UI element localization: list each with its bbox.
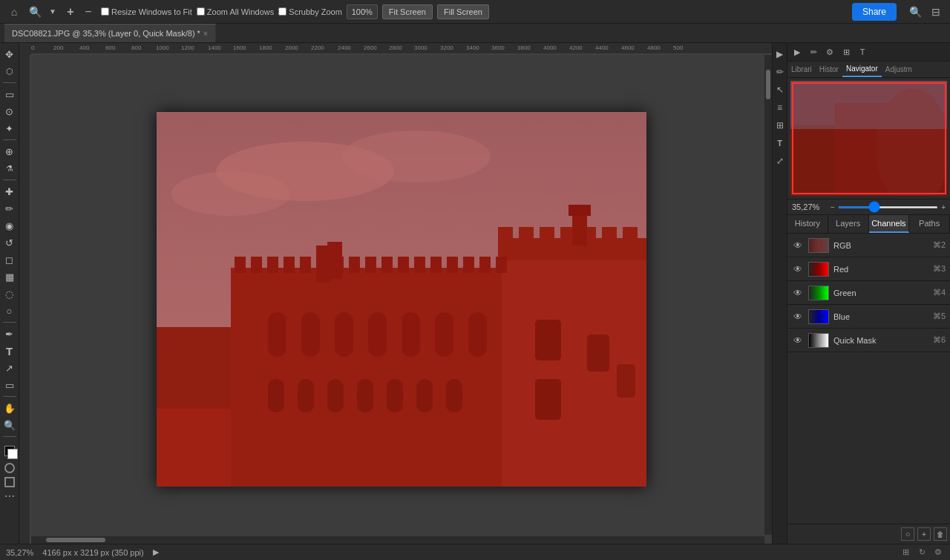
channel-row-rgb[interactable]: 👁 RGB ⌘2 bbox=[787, 234, 950, 257]
file-tab[interactable]: DSC08821.JPG @ 35,3% (Layer 0, Quick Mas… bbox=[4, 24, 216, 42]
vertical-scrollbar[interactable] bbox=[764, 55, 772, 535]
zoom-canvas-tool[interactable]: 🔍 bbox=[1, 417, 18, 433]
status-expand-icon[interactable]: ▶ bbox=[153, 547, 159, 557]
navigator-preview-container bbox=[787, 78, 950, 200]
share-button[interactable]: Share bbox=[852, 3, 897, 21]
clone-r-icon[interactable]: ⤢ bbox=[773, 154, 787, 168]
eyedropper-tool[interactable]: ⚗ bbox=[1, 160, 18, 177]
channel-name-qm: Quick Mask bbox=[833, 336, 928, 345]
tab-navigator[interactable]: Navigator bbox=[842, 62, 882, 77]
channel-new-icon[interactable]: + bbox=[917, 527, 931, 541]
tool-separator-1 bbox=[3, 82, 16, 83]
zoom-percent-input[interactable] bbox=[347, 4, 378, 19]
zoom-increase-icon[interactable]: + bbox=[941, 203, 946, 211]
gradient-tool[interactable]: ▦ bbox=[1, 269, 18, 285]
panel-top-nav: ▶ ✏ ⚙ ⊞ T bbox=[787, 43, 950, 62]
healing-brush-tool[interactable]: ✚ bbox=[1, 183, 18, 200]
panel-layer-icon[interactable]: ⊞ bbox=[839, 45, 853, 59]
crop-tool[interactable]: ⊕ bbox=[1, 143, 18, 159]
hand-tool[interactable]: ✋ bbox=[1, 400, 18, 416]
window-icon[interactable]: ⊟ bbox=[928, 4, 944, 20]
zoom-in-icon[interactable]: + bbox=[62, 4, 79, 20]
tab-history[interactable]: History bbox=[787, 215, 828, 233]
pen-tool[interactable]: ✒ bbox=[1, 326, 18, 342]
status-grid-icon[interactable]: ⊞ bbox=[900, 547, 911, 559]
channel-row-green[interactable]: 👁 Green ⌘4 bbox=[787, 281, 950, 305]
zoom-all-windows-checkbox[interactable]: Zoom All Windows bbox=[197, 7, 274, 16]
channel-delete-icon[interactable]: 🗑 bbox=[934, 527, 947, 541]
resize-windows-input[interactable] bbox=[101, 7, 109, 16]
channel-shortcut-green: ⌘4 bbox=[933, 288, 946, 297]
channel-row-qm[interactable]: 👁 Quick Mask ⌘6 bbox=[787, 329, 950, 352]
home-icon[interactable]: ⌂ bbox=[6, 4, 22, 20]
move-tool[interactable]: ✥ bbox=[1, 46, 18, 62]
channel-row-blue[interactable]: 👁 Blue ⌘5 bbox=[787, 305, 950, 329]
cursor-r-icon[interactable]: ↖ bbox=[773, 83, 787, 96]
right-panel: ▶ ✏ ⚙ ⊞ T Librari Histor Navigator Adjus… bbox=[787, 43, 950, 544]
zoom-sub-icon[interactable]: ▼ bbox=[45, 4, 61, 20]
fit-screen-button[interactable]: Fit Screen bbox=[382, 4, 433, 19]
quick-mask-icon[interactable] bbox=[3, 461, 16, 475]
tab-layers[interactable]: Layers bbox=[828, 215, 869, 233]
more-tools-icon[interactable]: ⋯ bbox=[3, 490, 16, 503]
svg-rect-65 bbox=[790, 81, 947, 196]
navigator-preview bbox=[790, 81, 947, 196]
panel-adjust-icon[interactable]: ⚙ bbox=[823, 45, 836, 59]
zoom-all-input[interactable] bbox=[197, 7, 205, 16]
channel-vis-qm[interactable]: 👁 bbox=[792, 335, 804, 346]
tab-close-icon[interactable]: × bbox=[203, 30, 208, 38]
status-settings-icon[interactable]: ⚙ bbox=[932, 547, 944, 559]
panel-type-icon[interactable]: T bbox=[856, 45, 869, 59]
clone-stamp-tool[interactable]: ◉ bbox=[1, 217, 18, 234]
magic-wand-tool[interactable]: ✦ bbox=[1, 120, 18, 136]
zoom-slider[interactable] bbox=[838, 206, 938, 208]
shape-tool[interactable]: ▭ bbox=[1, 377, 18, 393]
blur-tool[interactable]: ◌ bbox=[1, 286, 18, 302]
tab-histor[interactable]: Histor bbox=[816, 62, 842, 76]
channel-vis-green[interactable]: 👁 bbox=[792, 287, 804, 299]
scrubby-zoom-checkbox[interactable]: Scrubby Zoom bbox=[278, 7, 342, 16]
tab-paths[interactable]: Paths bbox=[909, 215, 950, 233]
tab-channels[interactable]: Channels bbox=[869, 215, 910, 233]
artboard-tool[interactable]: ⬡ bbox=[1, 63, 18, 79]
resize-windows-checkbox[interactable]: Resize Windows to Fit bbox=[101, 7, 192, 16]
status-sync-icon[interactable]: ↻ bbox=[916, 547, 928, 559]
channel-vis-rgb[interactable]: 👁 bbox=[792, 240, 804, 251]
path-select-tool[interactable]: ↗ bbox=[1, 360, 18, 376]
grid-r-icon[interactable]: ⊞ bbox=[773, 119, 787, 132]
background-swatch[interactable] bbox=[7, 449, 18, 459]
channel-thumb-rgb bbox=[808, 238, 829, 253]
channel-row-red[interactable]: 👁 Red ⌘3 bbox=[787, 257, 950, 281]
edit-r-icon[interactable]: ✏ bbox=[773, 65, 787, 79]
channel-vis-blue[interactable]: 👁 bbox=[792, 311, 804, 323]
tab-librari[interactable]: Librari bbox=[787, 62, 816, 76]
castle-svg bbox=[157, 112, 646, 487]
eraser-tool[interactable]: ◻ bbox=[1, 251, 18, 268]
play-r-icon[interactable]: ▶ bbox=[773, 47, 787, 61]
layer-r-icon[interactable]: ≡ bbox=[773, 101, 787, 114]
history-brush-tool[interactable]: ↺ bbox=[1, 234, 18, 251]
channel-vis-red[interactable]: 👁 bbox=[792, 263, 804, 275]
lasso-tool[interactable]: ⊙ bbox=[1, 103, 18, 119]
type-tool[interactable]: T bbox=[1, 343, 18, 359]
channel-shortcut-blue: ⌘5 bbox=[933, 312, 946, 321]
channel-mask-icon[interactable]: ○ bbox=[901, 527, 914, 541]
brush-tool[interactable]: ✏ bbox=[1, 200, 18, 217]
channel-thumb-red bbox=[808, 262, 829, 277]
type-r-icon[interactable]: T bbox=[773, 136, 787, 150]
panel-play-icon[interactable]: ▶ bbox=[790, 45, 804, 59]
fill-screen-button[interactable]: Fill Screen bbox=[437, 4, 489, 19]
nav-sub-tabs: Librari Histor Navigator Adjustm bbox=[787, 62, 950, 78]
canvas-viewport[interactable] bbox=[31, 55, 772, 544]
search-topbar-icon[interactable]: 🔍 bbox=[907, 4, 923, 20]
zoom-out-minus-icon[interactable]: − bbox=[80, 4, 96, 20]
zoom-decrease-icon[interactable]: − bbox=[831, 203, 835, 211]
tab-adjustm[interactable]: Adjustm bbox=[882, 62, 916, 76]
dodge-tool[interactable]: ○ bbox=[1, 303, 18, 319]
screen-mode-icon[interactable] bbox=[3, 475, 16, 489]
select-rect-tool[interactable]: ▭ bbox=[1, 86, 18, 102]
scrubby-input[interactable] bbox=[278, 7, 286, 16]
horizontal-scrollbar[interactable] bbox=[31, 536, 764, 544]
panel-brush-icon[interactable]: ✏ bbox=[807, 45, 820, 59]
zoom-icon[interactable]: 🔍 bbox=[27, 4, 43, 20]
